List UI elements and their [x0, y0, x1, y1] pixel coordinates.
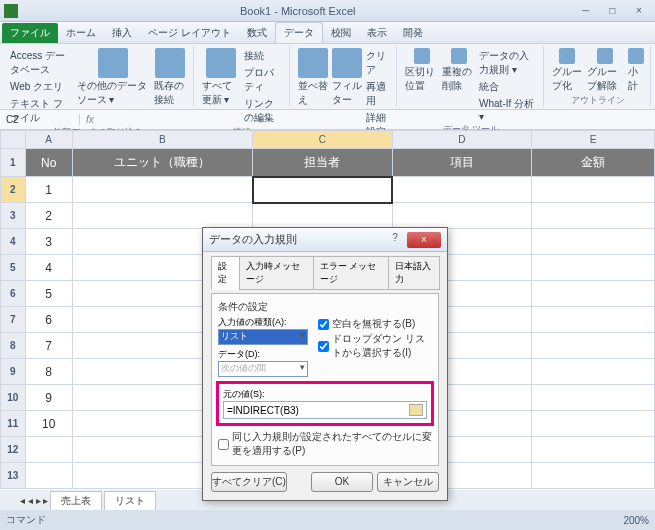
hdr-no[interactable]: No: [25, 149, 72, 177]
cell[interactable]: [72, 203, 252, 229]
row-11[interactable]: 11: [1, 411, 26, 437]
cancel-button[interactable]: キャンセル: [377, 472, 439, 492]
tab-dev[interactable]: 開発: [395, 23, 431, 43]
cell[interactable]: [531, 177, 654, 203]
btn-conn[interactable]: 接続: [244, 48, 284, 64]
cell[interactable]: [531, 229, 654, 255]
dtab-error[interactable]: エラー メッセージ: [313, 256, 390, 290]
cell[interactable]: 8: [25, 359, 72, 385]
row-3[interactable]: 3: [1, 203, 26, 229]
btn-refresh[interactable]: すべて更新 ▾: [202, 48, 240, 107]
btn-subtotal[interactable]: 小計: [628, 48, 644, 93]
sheet-nav[interactable]: ◂ ◂ ▸ ▸: [20, 495, 48, 506]
dtab-ime[interactable]: 日本語入力: [388, 256, 440, 290]
btn-validation[interactable]: データの入力規則 ▾: [479, 48, 537, 78]
minimize-button[interactable]: ─: [573, 5, 597, 16]
col-E[interactable]: E: [531, 131, 654, 149]
dialog-titlebar[interactable]: データの入力規則 ? ×: [203, 228, 447, 252]
cell[interactable]: [531, 307, 654, 333]
row-1[interactable]: 1: [1, 149, 26, 177]
btn-web[interactable]: Web クエリ: [10, 79, 73, 95]
range-picker-icon[interactable]: [409, 404, 423, 416]
btn-whatif[interactable]: What-If 分析 ▾: [479, 96, 537, 123]
btn-consol[interactable]: 統合: [479, 79, 537, 95]
row-5[interactable]: 5: [1, 255, 26, 281]
btn-split[interactable]: 区切り位置: [405, 48, 438, 93]
cell[interactable]: 6: [25, 307, 72, 333]
tab-data[interactable]: データ: [275, 22, 323, 43]
col-A[interactable]: A: [25, 131, 72, 149]
hdr-unit[interactable]: ユニット（職種）: [72, 149, 252, 177]
tab-view[interactable]: 表示: [359, 23, 395, 43]
cell[interactable]: [25, 463, 72, 489]
hdr-person[interactable]: 担当者: [253, 149, 392, 177]
select-all[interactable]: [1, 131, 26, 149]
cell[interactable]: [531, 385, 654, 411]
cell[interactable]: 7: [25, 333, 72, 359]
tab-review[interactable]: 校閲: [323, 23, 359, 43]
cell[interactable]: 1: [25, 177, 72, 203]
btn-ungroup[interactable]: グループ解除: [587, 48, 624, 93]
cell[interactable]: [392, 203, 531, 229]
ok-button[interactable]: OK: [311, 472, 373, 492]
data-dropdown[interactable]: 次の値の間: [218, 361, 308, 377]
col-B[interactable]: B: [72, 131, 252, 149]
btn-access[interactable]: Access データベース: [10, 48, 73, 78]
zoom-level[interactable]: 200%: [623, 515, 649, 526]
row-13[interactable]: 13: [1, 463, 26, 489]
row-2[interactable]: 2: [1, 177, 26, 203]
close-button[interactable]: ×: [627, 5, 651, 16]
col-C[interactable]: C: [253, 131, 392, 149]
chk-ignore-blank[interactable]: [318, 319, 329, 330]
tab-formula[interactable]: 数式: [239, 23, 275, 43]
row-10[interactable]: 10: [1, 385, 26, 411]
cell[interactable]: 2: [25, 203, 72, 229]
row-8[interactable]: 8: [1, 333, 26, 359]
hdr-item[interactable]: 項目: [392, 149, 531, 177]
cell-C2[interactable]: [253, 177, 392, 203]
maximize-button[interactable]: □: [600, 5, 624, 16]
col-D[interactable]: D: [392, 131, 531, 149]
dialog-close-button[interactable]: ×: [407, 232, 441, 248]
chk-dropdown[interactable]: [318, 341, 329, 352]
dialog-help-button[interactable]: ?: [385, 232, 405, 248]
cell[interactable]: [531, 203, 654, 229]
tab-file[interactable]: ファイル: [2, 23, 58, 43]
cell[interactable]: 9: [25, 385, 72, 411]
btn-link[interactable]: リンクの編集: [244, 96, 284, 126]
cell[interactable]: [531, 333, 654, 359]
row-7[interactable]: 7: [1, 307, 26, 333]
tab-insert[interactable]: 挿入: [104, 23, 140, 43]
tab-layout[interactable]: ページ レイアウト: [140, 23, 239, 43]
row-6[interactable]: 6: [1, 281, 26, 307]
btn-other-source[interactable]: その他のデータ ソース ▾: [77, 48, 150, 107]
btn-prop[interactable]: プロパティ: [244, 65, 284, 95]
cell[interactable]: 10: [25, 411, 72, 437]
dtab-settings[interactable]: 設定: [211, 256, 240, 290]
btn-filter[interactable]: フィルター: [332, 48, 362, 107]
cell[interactable]: [72, 177, 252, 203]
cell[interactable]: 5: [25, 281, 72, 307]
cell[interactable]: [531, 255, 654, 281]
btn-reapply[interactable]: 再適用: [366, 79, 390, 109]
cell[interactable]: [531, 281, 654, 307]
btn-clear[interactable]: クリア: [366, 48, 390, 78]
cell[interactable]: [531, 463, 654, 489]
sheet-tab-2[interactable]: リスト: [104, 491, 156, 510]
cell[interactable]: [531, 411, 654, 437]
tab-home[interactable]: ホーム: [58, 23, 104, 43]
row-12[interactable]: 12: [1, 437, 26, 463]
btn-existing[interactable]: 既存の接続: [154, 48, 187, 107]
chk-apply-all[interactable]: [218, 439, 229, 450]
name-box[interactable]: C2: [0, 114, 80, 125]
cell[interactable]: [253, 203, 392, 229]
btn-group[interactable]: グループ化: [552, 48, 583, 93]
cell[interactable]: 4: [25, 255, 72, 281]
row-4[interactable]: 4: [1, 229, 26, 255]
btn-dedupe[interactable]: 重複の削除: [442, 48, 475, 93]
cell[interactable]: [25, 437, 72, 463]
row-9[interactable]: 9: [1, 359, 26, 385]
hdr-amount[interactable]: 金額: [531, 149, 654, 177]
fx-icon[interactable]: fx: [80, 114, 100, 125]
cell[interactable]: [531, 359, 654, 385]
